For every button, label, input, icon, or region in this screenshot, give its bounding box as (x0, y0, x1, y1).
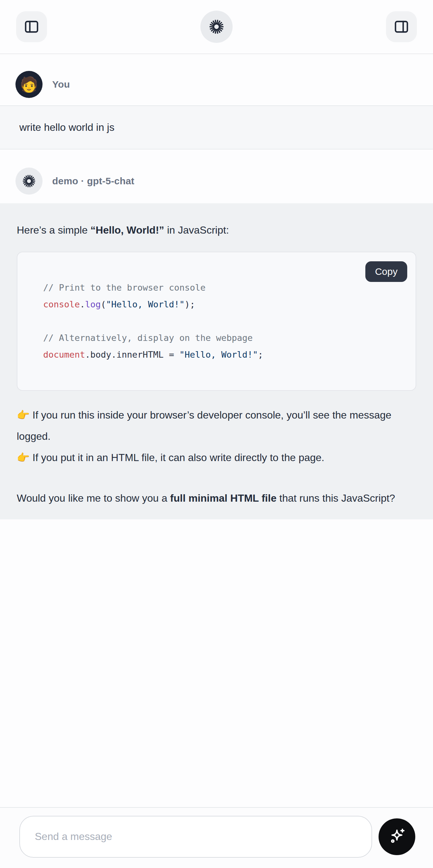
chat-thread: 🧑 You write hello world in js demo · gpt… (0, 54, 433, 519)
user-message-bubble: write hello world in js (0, 105, 433, 150)
intro-post: in JavaScript: (164, 224, 229, 236)
intro-pre: Here’s a simple (17, 224, 91, 236)
tips-paragraph: 👉 If you run this inside your browser’s … (17, 404, 416, 468)
top-toolbar (0, 0, 433, 54)
intro-bold: “Hello, World!” (91, 224, 164, 236)
user-sender-name: You (52, 79, 70, 90)
user-message-header: 🧑 You (0, 71, 433, 98)
sidebar-toggle-button[interactable] (16, 11, 47, 42)
send-button[interactable] (378, 818, 415, 855)
tip-line-2: 👉 If you put it in an HTML file, it can … (17, 447, 416, 468)
closing-pre: Would you like me to show you a (17, 492, 170, 504)
sidebar-left-icon (23, 19, 40, 35)
copy-code-button[interactable]: Copy (365, 261, 407, 282)
message-input[interactable] (19, 816, 372, 858)
code-block: Copy // Print to the browser consolecons… (17, 252, 416, 391)
closing-post: that runs this JavaScript? (276, 492, 395, 504)
starburst-avatar-icon (22, 174, 36, 188)
user-avatar: 🧑 (16, 71, 42, 98)
assistant-avatar (16, 167, 42, 195)
closing-paragraph: Would you like me to show you a full min… (17, 488, 416, 509)
assistant-sender-name: demo · gpt-5-chat (52, 176, 134, 187)
starburst-logo-icon (208, 19, 225, 35)
person-emoji-icon: 🧑 (20, 77, 38, 92)
intro-paragraph: Here’s a simple “Hello, World!” in JavaS… (17, 219, 416, 241)
closing-bold: full minimal HTML file (170, 492, 276, 504)
tip-line-1: 👉 If you run this inside your browser’s … (17, 404, 416, 447)
right-panel-toggle-button[interactable] (386, 11, 417, 42)
user-message-text: write hello world in js (19, 121, 114, 133)
sparkle-icon (387, 827, 407, 847)
sidebar-right-icon (393, 19, 410, 35)
app-logo (200, 11, 233, 43)
message-composer (0, 807, 433, 868)
code-content: // Print to the browser consoleconsole.l… (43, 279, 403, 363)
assistant-message-header: demo · gpt-5-chat (0, 167, 433, 195)
assistant-message-body: Here’s a simple “Hello, World!” in JavaS… (0, 203, 433, 519)
